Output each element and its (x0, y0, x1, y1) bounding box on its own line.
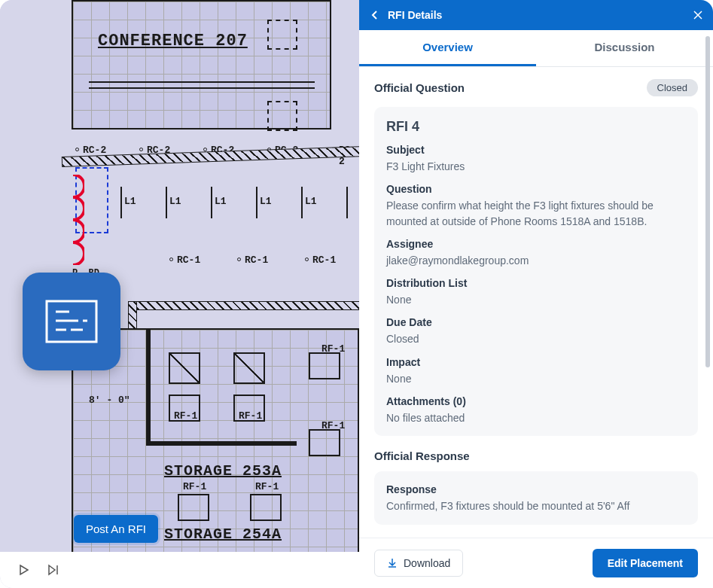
field-value-attachments: No files attached (386, 410, 686, 425)
label-rf1: RF-1 (255, 481, 279, 492)
chevron-left-icon (370, 10, 380, 20)
document-icon (45, 300, 98, 343)
wall-hatch (128, 301, 359, 310)
fixture-rf1 (178, 494, 209, 521)
room-label-conference: CONFERENCE 207 (98, 32, 248, 50)
rfi-number: RFI 4 (386, 119, 686, 135)
fixture-rf1 (250, 494, 282, 521)
panel-footer: Download Edit Placement (359, 538, 713, 588)
rfi-marker-tile[interactable] (23, 273, 120, 370)
label-rf1: RF-1 (321, 343, 345, 355)
drawing-viewer[interactable]: CONFERENCE 207 RC-2 RC-2 RC-2 RC-2 RC-2 … (0, 0, 359, 588)
field-label-attachments: Attachments (0) (386, 395, 686, 407)
back-button[interactable] (370, 10, 380, 20)
label-l1: L1 (305, 196, 317, 207)
skip-button[interactable] (47, 562, 62, 577)
edit-placement-button[interactable]: Edit Placement (593, 549, 698, 577)
tab-discussion[interactable]: Discussion (536, 30, 713, 66)
fixture-dashed-box (267, 20, 297, 50)
field-label-impact: Impact (386, 356, 686, 368)
label-rf1: RF-1 (239, 410, 262, 422)
field-label-duedate: Due Date (386, 316, 686, 328)
label-rc1: RC-1 (177, 254, 200, 266)
download-label: Download (404, 557, 450, 569)
official-question-heading: Official Question (374, 81, 465, 94)
response-card: Response Confirmed, F3 fixtures should b… (374, 471, 698, 524)
field-label-response: Response (386, 483, 686, 495)
fixture-rf1 (309, 429, 340, 456)
close-icon (693, 11, 702, 20)
fixture-dashed-box (267, 101, 297, 131)
field-value-duedate: Closed (386, 331, 686, 346)
question-card: RFI 4 Subject F3 Light Fixtures Question… (374, 107, 698, 436)
play-icon (18, 564, 30, 576)
fixture-rf1 (169, 352, 200, 384)
tabs: Overview Discussion (359, 30, 713, 67)
field-value-impact: None (386, 371, 686, 386)
media-controls (0, 552, 359, 588)
scrollbar[interactable] (705, 36, 710, 367)
post-rfi-button[interactable]: Post An RFI (74, 515, 158, 543)
label-l1: L1 (215, 196, 227, 207)
label-rc2: RC-2 (83, 145, 106, 156)
dimension-label: 8' - 0" (89, 395, 130, 406)
tab-overview[interactable]: Overview (359, 30, 536, 66)
field-value-assignee: jlake@raymondlakegroup.com (386, 253, 686, 268)
room-label-storage-254a: STORAGE 254A (164, 526, 282, 543)
field-label-distribution: Distribution List (386, 277, 686, 289)
label-l1: L1 (169, 196, 181, 207)
play-button[interactable] (17, 562, 32, 577)
label-rc1: RC-1 (312, 254, 336, 266)
fixture-rf1 (233, 352, 265, 384)
panel-title: RFI Details (388, 9, 693, 21)
label-l1: L1 (260, 196, 272, 207)
field-value-distribution: None (386, 292, 686, 307)
wall-inner (146, 330, 297, 446)
close-button[interactable] (693, 11, 702, 20)
rfi-details-panel: RFI Details Overview Discussion Official… (359, 0, 713, 588)
room-label-storage-253a: STORAGE 253A (164, 462, 282, 480)
label-l1: L1 (124, 196, 136, 207)
markup-red (62, 175, 84, 265)
official-response-heading: Official Response (374, 449, 698, 462)
label-rf1: RF-1 (321, 420, 345, 431)
field-label-assignee: Assignee (386, 238, 686, 250)
download-button[interactable]: Download (374, 550, 463, 577)
label-rc1: RC-1 (245, 254, 268, 266)
label-rf1: RF-1 (183, 481, 206, 492)
label-rf1: RF-1 (174, 410, 197, 422)
field-label-question: Question (386, 183, 686, 195)
panel-content[interactable]: Official Question Closed RFI 4 Subject F… (359, 67, 713, 538)
status-badge: Closed (647, 79, 698, 96)
download-icon (387, 558, 398, 568)
skip-icon (47, 564, 61, 576)
field-value-question: Please confirm what height the F3 light … (386, 198, 686, 229)
field-value-response: Confirmed, F3 fixtures should be mounted… (386, 498, 686, 513)
field-value-subject: F3 Light Fixtures (386, 159, 686, 174)
field-label-subject: Subject (386, 144, 686, 156)
fixture-rf1 (309, 352, 340, 379)
panel-header: RFI Details (359, 0, 713, 30)
